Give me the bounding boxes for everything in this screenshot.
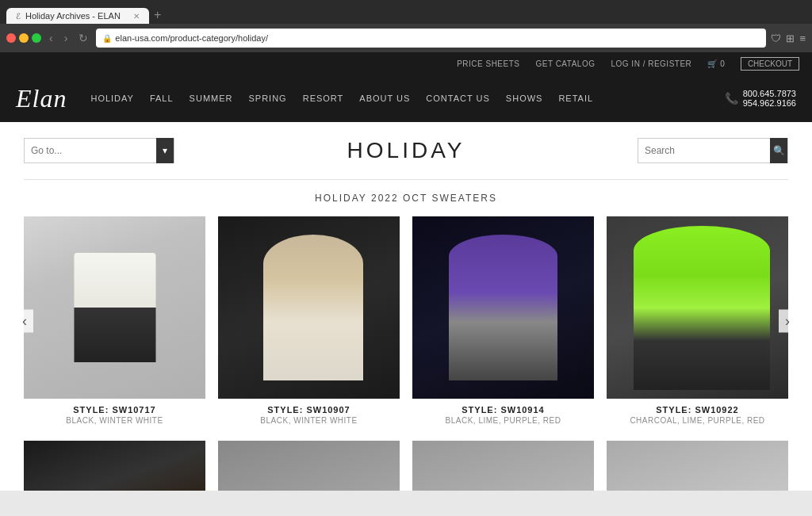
phone-icon: 📞 [725,92,738,105]
carousel-right-arrow[interactable]: › [779,309,796,332]
product-image-4 [607,216,788,399]
product-style-3: STYLE: SW10914 [412,405,594,415]
price-sheets-link[interactable]: PRICE SHEETS [457,59,519,68]
nav-shows[interactable]: SHOWS [506,94,543,103]
url-text: elan-usa.com/product-category/holiday/ [115,33,268,43]
login-link[interactable]: LOG IN / REGISTER [611,59,691,68]
website-content: PRICE SHEETS GET CATALOG LOG IN / REGIST… [0,52,812,491]
extensions-icon[interactable]: ⊞ [786,32,795,44]
goto-button[interactable]: ▾ [156,138,174,163]
refresh-button[interactable]: ↻ [75,30,91,46]
nav-links: HOLIDAY FALL SUMMER SPRING RESORT ABOUT … [90,94,724,103]
product-image-1 [24,216,205,399]
search-area: 🔍 [638,138,788,163]
utility-bar: PRICE SHEETS GET CATALOG LOG IN / REGIST… [0,52,812,75]
tab-title: Holiday Archives - ELAN [25,11,121,21]
product-colors-4: CHARCOAL, LIME, PURPLE, RED [607,416,788,425]
product-style-4: STYLE: SW10922 [607,405,788,415]
forward-button[interactable]: › [61,30,71,46]
product-card-2[interactable]: STYLE: SW10907 BLACK, WINTER WHITE [218,216,400,425]
phone-area: 📞 800.645.7873 954.962.9166 [725,89,796,108]
product-grid: STYLE: SW10717 BLACK, WINTER WHITE STYLE… [24,216,788,425]
thumbnail-1[interactable] [24,441,205,491]
product-card-4[interactable]: STYLE: SW10922 CHARCOAL, LIME, PURPLE, R… [607,216,788,425]
nav-about-us[interactable]: ABOUT US [359,94,410,103]
active-tab[interactable]: ℰ Holiday Archives - ELAN ✕ [6,8,149,24]
browser-window: ℰ Holiday Archives - ELAN ✕ + ‹ › ↻ 🔒 el… [0,0,812,52]
logo-area[interactable]: Elan [16,86,67,111]
nav-contact-us[interactable]: CONTACT US [426,94,490,103]
content-header: ▾ HOLIDAY 🔍 [24,138,788,163]
thumbnail-3[interactable] [412,441,594,491]
nav-fall[interactable]: FALL [150,94,174,103]
product-style-2: STYLE: SW10907 [218,405,400,415]
nav-spring[interactable]: SPRING [249,94,287,103]
product-colors-2: BLACK, WINTER WHITE [218,416,400,425]
lock-icon: 🔒 [102,34,112,43]
search-button[interactable]: 🔍 [770,138,787,163]
menu-icon[interactable]: ≡ [799,32,806,44]
phone-number-2: 954.962.9166 [743,98,796,108]
cart-area[interactable]: 🛒 0 [707,59,725,68]
section-header: HOLIDAY 2022 OCT SWEATERS [24,193,788,204]
cart-count: 0 [720,59,725,68]
product-colors-1: BLACK, WINTER WHITE [24,416,205,425]
checkout-button[interactable]: CHECKOUT [741,57,799,71]
nav-retail[interactable]: RETAIL [558,94,593,103]
tab-favicon: ℰ [16,12,21,21]
product-card-3[interactable]: STYLE: SW10914 BLACK, LIME, PURPLE, RED [412,216,594,425]
thumbnail-4[interactable] [607,441,788,491]
url-bar[interactable]: 🔒 elan-usa.com/product-category/holiday/ [96,29,766,48]
tab-bar: ℰ Holiday Archives - ELAN ✕ + [0,0,812,24]
get-catalog-link[interactable]: GET CATALOG [535,59,595,68]
nav-summer[interactable]: SUMMER [190,94,233,103]
goto-input[interactable] [25,145,156,156]
carousel-left-arrow[interactable]: ‹ [16,309,33,332]
cart-icon: 🛒 [707,59,717,68]
site-logo: Elan [16,84,67,113]
page-title: HOLIDAY [174,138,638,163]
tab-close-button[interactable]: ✕ [133,12,140,21]
product-colors-3: BLACK, LIME, PURPLE, RED [412,416,594,425]
divider [24,179,788,180]
main-navigation: Elan HOLIDAY FALL SUMMER SPRING RESORT A… [0,75,812,122]
close-dot[interactable] [6,33,16,43]
search-input[interactable] [638,145,770,156]
product-carousel: ‹ › STYLE: SW10717 BLACK, WINTER WHITE S… [24,216,788,425]
back-button[interactable]: ‹ [46,30,56,46]
product-style-1: STYLE: SW10717 [24,405,205,415]
second-row-thumbnails [24,441,788,491]
maximize-dot[interactable] [32,33,41,43]
goto-dropdown[interactable]: ▾ [24,138,174,163]
main-content: ▾ HOLIDAY 🔍 HOLIDAY 2022 OCT SWEATERS ‹ … [0,122,812,491]
browser-toolbar: ‹ › ↻ 🔒 elan-usa.com/product-category/ho… [0,24,812,52]
phone-number-1: 800.645.7873 [743,89,796,98]
nav-resort[interactable]: RESORT [303,94,344,103]
minimize-dot[interactable] [19,33,29,43]
product-card-1[interactable]: STYLE: SW10717 BLACK, WINTER WHITE [24,216,205,425]
thumbnail-2[interactable] [218,441,400,491]
product-image-3 [412,216,594,399]
shield-icon[interactable]: 🛡 [771,32,781,44]
product-image-2 [218,216,400,399]
nav-holiday[interactable]: HOLIDAY [90,94,133,103]
toolbar-icons: 🛡 ⊞ ≡ [771,32,806,44]
new-tab-button[interactable]: + [149,6,166,24]
